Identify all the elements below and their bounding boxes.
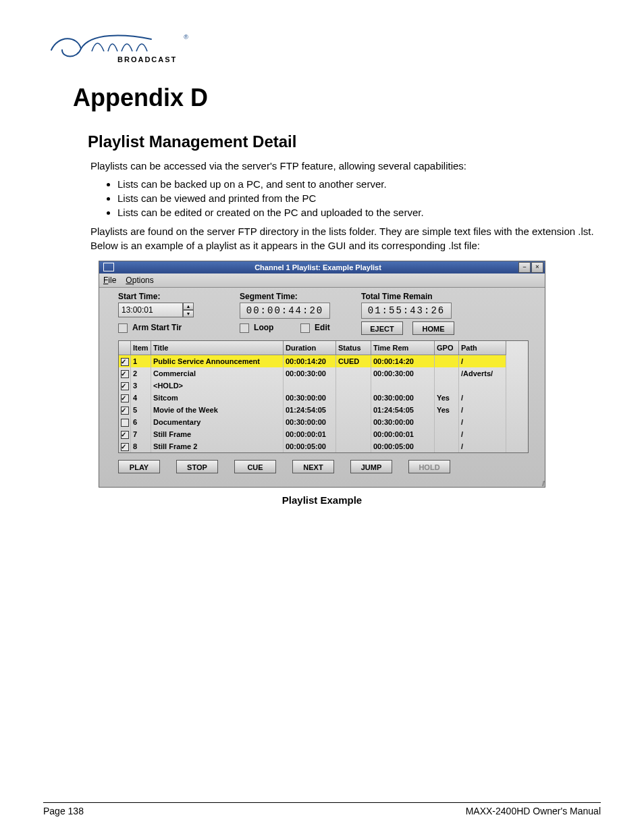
col-status: Status	[336, 341, 371, 355]
arm-start-checkbox[interactable]	[118, 323, 128, 333]
intro-paragraph: Playlists can be accessed via the server…	[90, 159, 601, 173]
playlist-table: Item Title Duration Status Time Rem GPO …	[118, 340, 529, 453]
explanation-paragraph: Playlists are found on the server FTP di…	[90, 225, 601, 253]
menu-bar: File Options	[99, 273, 545, 288]
edit-label: Edit	[315, 323, 330, 332]
stop-button[interactable]: STOP	[176, 460, 218, 473]
menu-options[interactable]: Options	[126, 276, 153, 285]
table-row[interactable]: 8Still Frame 200:00:05:0000:00:05:00/	[119, 440, 528, 452]
hold-button[interactable]: HOLD	[408, 460, 450, 473]
table-row[interactable]: 4Sitcom00:30:00:0000:30:00:00Yes/	[119, 392, 528, 404]
svg-text:BROADCAST: BROADCAST	[117, 55, 177, 63]
table-row[interactable]: 3<HOLD>	[119, 380, 528, 392]
close-button[interactable]: ×	[531, 262, 543, 273]
minimize-button[interactable]: –	[518, 262, 531, 273]
segment-time-label: Segment Time:	[240, 292, 361, 301]
start-time-spinner[interactable]: ▲▼	[183, 303, 194, 317]
appendix-heading: Appendix D	[73, 84, 601, 112]
list-item: Lists can be viewed and printed from the…	[117, 192, 601, 204]
menu-file[interactable]: File	[103, 276, 116, 285]
arm-start-label: Arm Start Tir	[132, 323, 182, 332]
row-checkbox[interactable]	[121, 431, 129, 439]
edit-checkbox[interactable]	[300, 323, 310, 333]
start-time-input[interactable]: 13:00:01	[118, 303, 183, 317]
list-item: Lists can be backed up on a PC, and sent…	[117, 178, 601, 190]
window-system-icon[interactable]	[103, 263, 114, 271]
eject-button[interactable]: EJECT	[361, 321, 403, 335]
row-checkbox[interactable]	[121, 370, 129, 378]
svg-text:®: ®	[184, 34, 188, 41]
jump-button[interactable]: JUMP	[350, 460, 392, 473]
total-remain-label: Total Time Remain	[361, 292, 510, 301]
col-check	[119, 341, 131, 355]
window-titlebar[interactable]: Channel 1 Playlist: Example Playlist – ×	[99, 261, 545, 273]
table-row[interactable]: 5Movie of the Week01:24:54:0501:24:54:05…	[119, 404, 528, 416]
row-checkbox[interactable]	[121, 419, 129, 427]
col-duration: Duration	[284, 341, 336, 355]
loop-checkbox[interactable]	[240, 323, 249, 333]
table-row[interactable]: 7Still Frame00:00:00:0100:00:00:01/	[119, 428, 528, 440]
figure-caption: Playlist Example	[43, 494, 601, 506]
resize-grip-icon[interactable]: ///	[99, 480, 545, 487]
next-button[interactable]: NEXT	[292, 460, 334, 473]
list-item: Lists can be edited or created on the PC…	[117, 207, 601, 218]
page-number: Page 138	[43, 806, 84, 816]
section-heading: Playlist Management Detail	[88, 132, 601, 151]
cue-button[interactable]: CUE	[234, 460, 276, 473]
window-title: Channel 1 Playlist: Example Playlist	[118, 263, 518, 271]
row-checkbox[interactable]	[121, 394, 129, 402]
col-title: Title	[151, 341, 284, 355]
table-row[interactable]: 2Commercial00:00:30:0000:00:30:00/Advert…	[119, 367, 528, 380]
row-checkbox[interactable]	[121, 382, 129, 390]
col-gpo: GPO	[435, 341, 459, 355]
play-button[interactable]: PLAY	[118, 460, 160, 473]
table-row[interactable]: 1Public Service Announcement00:00:14:20C…	[119, 355, 528, 367]
playlist-window: Channel 1 Playlist: Example Playlist – ×…	[99, 261, 545, 488]
segment-time-display: 00:00:44:20	[240, 303, 330, 319]
table-row[interactable]: 6Documentary00:30:00:0000:30:00:00/	[119, 416, 528, 428]
capability-list: Lists can be backed up on a PC, and sent…	[117, 178, 601, 218]
loop-label: Loop	[254, 323, 273, 332]
page-footer: Page 138 MAXX-2400HD Owner's Manual	[43, 802, 601, 816]
start-time-label: Start Time:	[118, 292, 240, 301]
col-timerem: Time Rem	[371, 341, 435, 355]
row-checkbox[interactable]	[121, 358, 129, 366]
brand-logo: ® BROADCAST	[50, 30, 601, 68]
col-item: Item	[131, 341, 151, 355]
home-button[interactable]: HOME	[412, 321, 454, 335]
col-path: Path	[459, 341, 506, 355]
doc-title: MAXX-2400HD Owner's Manual	[466, 806, 601, 816]
row-checkbox[interactable]	[121, 407, 129, 415]
row-checkbox[interactable]	[121, 443, 129, 451]
table-header-row: Item Title Duration Status Time Rem GPO …	[119, 341, 528, 355]
total-remain-display: 01:55:43:26	[361, 303, 452, 319]
